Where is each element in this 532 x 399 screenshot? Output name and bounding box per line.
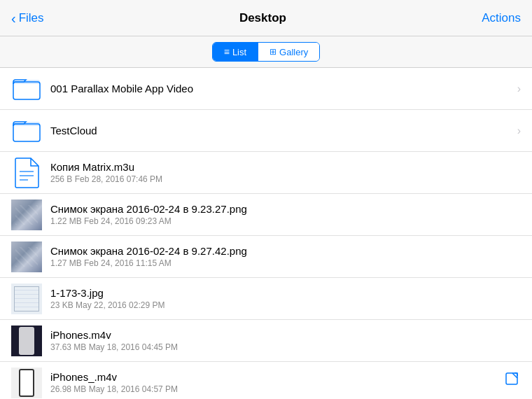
- svg-rect-1: [13, 124, 40, 141]
- file-name: TestCloud: [50, 125, 512, 136]
- file-name: 1-173-3.jpg: [50, 287, 521, 299]
- list-item[interactable]: Копия Matrix.m3u 256 B Feb 28, 2016 07:4…: [0, 152, 532, 194]
- list-item[interactable]: iPhones.m4v 37.63 MB May 18, 2016 04:45 …: [0, 320, 532, 362]
- gallery-label: Gallery: [279, 47, 308, 57]
- share-button[interactable]: [505, 372, 521, 392]
- file-meta: 1.27 MB Feb 24, 2016 11:15 AM: [50, 258, 521, 268]
- list-item[interactable]: Снимок экрана 2016-02-24 в 9.23.27.png 1…: [0, 194, 532, 236]
- file-info: TestCloud: [50, 125, 512, 136]
- list-item[interactable]: iPhones_.m4v 26.98 MB May 18, 2016 04:57…: [0, 362, 532, 399]
- file-meta: 26.98 MB May 18, 2016 04:57 PM: [50, 384, 521, 394]
- list-item[interactable]: TestCloud ›: [0, 110, 532, 152]
- file-name: iPhones_.m4v: [50, 371, 521, 383]
- file-info: 001 Parallax Mobile App Video: [50, 83, 512, 94]
- file-info: iPhones_.m4v 26.98 MB May 18, 2016 04:57…: [50, 371, 521, 394]
- segmented-control: ≡ List ⊞ Gallery: [212, 42, 321, 62]
- chevron-right-icon: ›: [517, 125, 521, 137]
- back-button[interactable]: ‹ Files: [11, 11, 44, 25]
- file-name: Снимок экрана 2016-02-24 в 9.27.42.png: [50, 245, 521, 257]
- back-label: Files: [19, 11, 44, 25]
- page-title: Desktop: [239, 11, 286, 25]
- list-item[interactable]: 001 Parallax Mobile App Video ›: [0, 68, 532, 110]
- file-name: iPhones.m4v: [50, 329, 521, 341]
- file-info: iPhones.m4v 37.63 MB May 18, 2016 04:45 …: [50, 329, 521, 352]
- list-item[interactable]: Снимок экрана 2016-02-24 в 9.27.42.png 1…: [0, 236, 532, 278]
- navigation-bar: ‹ Files Desktop Actions: [0, 0, 532, 36]
- file-info: Снимок экрана 2016-02-24 в 9.27.42.png 1…: [50, 245, 521, 268]
- view-mode-bar: ≡ List ⊞ Gallery: [0, 36, 532, 68]
- file-meta: 1.22 MB Feb 24, 2016 09:23 AM: [50, 216, 521, 226]
- file-name: Снимок экрана 2016-02-24 в 9.23.27.png: [50, 203, 521, 215]
- actions-button[interactable]: Actions: [482, 11, 521, 25]
- svg-rect-5: [506, 373, 517, 384]
- file-info: 1-173-3.jpg 23 KB May 22, 2016 02:29 PM: [50, 287, 521, 310]
- file-meta: 256 B Feb 28, 2016 07:46 PM: [50, 174, 521, 184]
- list-item[interactable]: 1-173-3.jpg 23 KB May 22, 2016 02:29 PM: [0, 278, 532, 320]
- chevron-right-icon: ›: [517, 83, 521, 95]
- file-meta: 23 KB May 22, 2016 02:29 PM: [50, 300, 521, 310]
- list-label: List: [232, 47, 246, 57]
- gallery-view-button[interactable]: ⊞ Gallery: [258, 43, 319, 61]
- back-chevron-icon: ‹: [11, 11, 16, 25]
- list-view-button[interactable]: ≡ List: [213, 43, 258, 61]
- file-name: 001 Parallax Mobile App Video: [50, 83, 512, 94]
- file-name: Копия Matrix.m3u: [50, 161, 521, 173]
- file-info: Снимок экрана 2016-02-24 в 9.23.27.png 1…: [50, 203, 521, 226]
- file-meta: 37.63 MB May 18, 2016 04:45 PM: [50, 342, 521, 352]
- file-info: Копия Matrix.m3u 256 B Feb 28, 2016 07:4…: [50, 161, 521, 184]
- svg-rect-0: [13, 82, 40, 99]
- file-list: 001 Parallax Mobile App Video › TestClou…: [0, 68, 532, 399]
- gallery-icon: ⊞: [270, 47, 276, 57]
- list-icon: ≡: [224, 46, 230, 57]
